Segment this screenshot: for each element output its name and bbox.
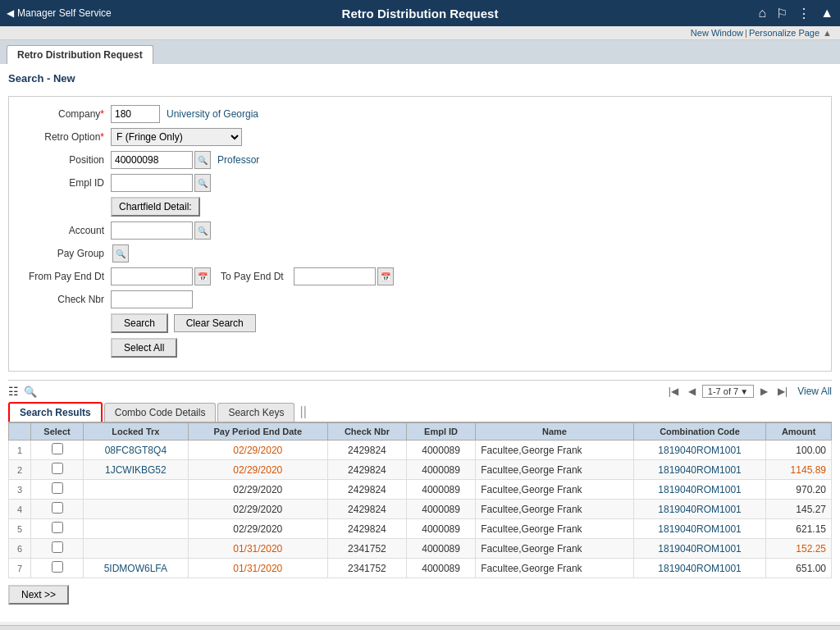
- combo-code-cell: 1819040ROM1001: [633, 559, 766, 578]
- chartfield-row: Chartfield Detail:: [21, 197, 819, 217]
- combo-code-cell: 1819040ROM1001: [633, 480, 766, 500]
- view-all-link[interactable]: View All: [797, 386, 832, 397]
- retro-option-row: Retro Option* F (Fringe Only): [21, 128, 819, 146]
- home-icon[interactable]: ⌂: [758, 6, 766, 21]
- locked-trx-link[interactable]: 1JCWIKBG52: [105, 464, 167, 476]
- tab-combo-code-details[interactable]: Combo Code Details: [104, 403, 217, 422]
- to-pay-end-calendar-button[interactable]: 📅: [377, 267, 394, 285]
- account-label: Account: [21, 225, 111, 236]
- table-row: 75IDMOW6LFA01/31/202023417524000089Facul…: [9, 559, 832, 578]
- tab-retro-distribution[interactable]: Retro Distribution Request: [7, 45, 153, 64]
- company-label: Company*: [21, 108, 111, 120]
- select-all-row: Select All: [21, 338, 819, 358]
- row-checkbox[interactable]: [52, 463, 63, 474]
- row-number: 4: [9, 500, 31, 519]
- back-button[interactable]: ◀ Manager Self Service: [7, 7, 112, 19]
- table-header-row: Select Locked Trx Pay Period End Date Ch…: [9, 423, 832, 441]
- empl-id-input[interactable]: [111, 174, 193, 192]
- name-cell: Facultee,George Frank: [476, 460, 634, 480]
- select-cell: [30, 519, 83, 539]
- tab-search-keys[interactable]: Search Keys: [217, 403, 294, 422]
- locked-trx-cell: [84, 519, 189, 539]
- row-number: 2: [9, 460, 31, 480]
- account-input[interactable]: [111, 221, 193, 240]
- row-number: 3: [9, 480, 31, 500]
- combo-code-link[interactable]: 1819040ROM1001: [658, 445, 741, 456]
- position-lookup-button[interactable]: 🔍: [194, 151, 211, 169]
- combo-code-link[interactable]: 1819040ROM1001: [658, 543, 741, 555]
- tab-bar: Retro Distribution Request: [0, 40, 840, 64]
- chartfield-detail-button[interactable]: Chartfield Detail:: [111, 197, 200, 217]
- empl-id-cell: 4000089: [406, 460, 475, 480]
- prev-page-button[interactable]: ◀: [685, 384, 699, 399]
- new-window-link[interactable]: New Window: [691, 28, 743, 38]
- check-nbr-input[interactable]: [111, 290, 193, 308]
- toolbar-table-icon[interactable]: ☷: [8, 385, 19, 398]
- table-row: 402/29/202024298244000089Facultee,George…: [9, 500, 832, 519]
- empl-id-lookup-button[interactable]: 🔍: [194, 174, 211, 192]
- combo-code-link[interactable]: 1819040ROM1001: [658, 504, 741, 515]
- toolbar-search-icon[interactable]: 🔍: [24, 386, 37, 398]
- table-row: 108FC8GT8Q402/29/202024298244000089Facul…: [9, 441, 832, 460]
- combo-code-link[interactable]: 1819040ROM1001: [658, 464, 741, 476]
- combo-code-link[interactable]: 1819040ROM1001: [658, 484, 741, 495]
- locked-trx-cell: 08FC8GT8Q4: [84, 441, 189, 460]
- locked-trx-link[interactable]: 08FC8GT8Q4: [105, 445, 167, 456]
- empl-id-cell: 4000089: [406, 559, 475, 578]
- check-nbr-cell: 2429824: [327, 460, 406, 480]
- toolbar-left: ☷ 🔍: [8, 385, 37, 398]
- combo-code-link[interactable]: 1819040ROM1001: [658, 563, 741, 574]
- search-form: Company* University of Georgia Retro Opt…: [8, 96, 832, 372]
- combo-code-cell: 1819040ROM1001: [633, 441, 766, 460]
- check-nbr-cell: 2341752: [327, 539, 406, 559]
- locked-trx-link[interactable]: 5IDMOW6LFA: [104, 563, 167, 574]
- last-page-button[interactable]: ▶|: [774, 384, 791, 399]
- amount-cell: 145.27: [766, 500, 832, 519]
- th-name: Name: [476, 423, 634, 441]
- pay-group-row: Pay Group 🔍: [21, 244, 819, 262]
- tab-search-results[interactable]: Search Results: [8, 402, 103, 422]
- empl-id-row: Empl ID 🔍: [21, 174, 819, 192]
- search-button[interactable]: Search: [111, 313, 168, 333]
- position-input[interactable]: [111, 151, 193, 169]
- search-header: Search - New: [8, 72, 832, 88]
- company-input[interactable]: [111, 105, 160, 123]
- select-cell: [30, 500, 83, 519]
- scroll-icon: ▲: [823, 28, 832, 38]
- to-pay-end-input[interactable]: [294, 267, 376, 285]
- flag-icon[interactable]: ⚐: [776, 6, 788, 21]
- pay-group-lookup-button[interactable]: 🔍: [112, 244, 129, 262]
- row-checkbox[interactable]: [52, 561, 63, 573]
- first-page-button[interactable]: |◀: [665, 384, 682, 399]
- retro-option-label: Retro Option*: [21, 131, 111, 143]
- personalize-link[interactable]: Personalize Page: [749, 28, 819, 38]
- row-checkbox[interactable]: [52, 541, 63, 553]
- retro-option-select[interactable]: F (Fringe Only): [111, 128, 242, 146]
- select-all-button[interactable]: Select All: [111, 338, 177, 358]
- clear-search-button[interactable]: Clear Search: [174, 314, 256, 332]
- empl-id-cell: 4000089: [406, 519, 475, 539]
- scroll-up-icon[interactable]: ▲: [820, 6, 833, 21]
- row-checkbox[interactable]: [52, 443, 63, 454]
- th-empl-id: Empl ID: [406, 423, 475, 441]
- row-checkbox[interactable]: [52, 482, 63, 494]
- name-cell: Facultee,George Frank: [476, 480, 634, 500]
- next-page-button[interactable]: ▶: [757, 384, 771, 399]
- th-select: Select: [30, 423, 83, 441]
- search-buttons-row: Search Clear Search: [21, 313, 819, 333]
- separator: |: [745, 28, 747, 38]
- next-button[interactable]: Next >>: [8, 585, 69, 605]
- account-lookup-button[interactable]: 🔍: [194, 221, 211, 240]
- from-pay-end-calendar-button[interactable]: 📅: [194, 267, 211, 285]
- combo-code-link[interactable]: 1819040ROM1001: [658, 523, 741, 535]
- amount-cell: 100.00: [766, 441, 832, 460]
- page-dropdown-icon[interactable]: ▼: [740, 387, 748, 396]
- amount-cell: 970.20: [766, 480, 832, 500]
- row-checkbox[interactable]: [52, 522, 63, 533]
- check-nbr-row: Check Nbr: [21, 290, 819, 308]
- more-icon[interactable]: ⋮: [797, 6, 810, 21]
- horizontal-scrollbar[interactable]: [0, 625, 840, 630]
- row-checkbox[interactable]: [52, 502, 63, 514]
- from-pay-end-input[interactable]: [111, 267, 193, 285]
- select-cell: [30, 539, 83, 559]
